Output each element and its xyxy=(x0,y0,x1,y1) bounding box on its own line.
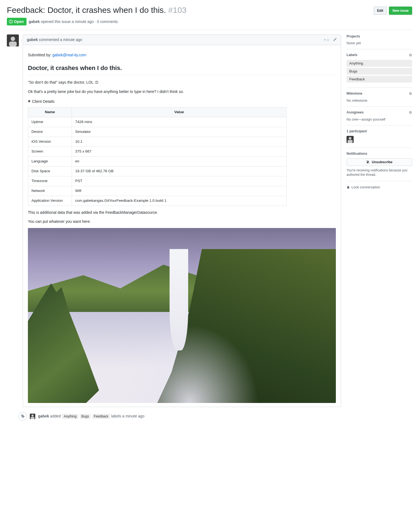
cell-name: Device xyxy=(28,127,72,137)
cell-name: Network xyxy=(28,186,72,196)
cell-value: 19.37 GB of 462.76 GB xyxy=(72,166,287,176)
cell-name: Language xyxy=(28,156,72,166)
notifications-title: Notifications xyxy=(347,152,367,156)
label-pill[interactable]: Anything xyxy=(62,414,78,419)
table-row: Uptime7428 mins xyxy=(28,117,287,127)
comment-heading: Doctor, it crashes when I do this. xyxy=(28,63,336,75)
edit-comment-icon[interactable] xyxy=(333,37,337,42)
main-column: gabek commented a minute ago +☺ Submitte… xyxy=(7,34,341,421)
cell-value: PST xyxy=(72,176,287,186)
submitter-email-link[interactable]: gabek@real-ity.com xyxy=(53,53,86,57)
cell-value: Wifi xyxy=(72,186,287,196)
table-row: Application Versioncom.gabekangas.GitYou… xyxy=(28,196,287,206)
attachment-image[interactable] xyxy=(28,228,336,403)
labels-title: Labels xyxy=(347,53,357,57)
cell-value: en xyxy=(72,156,287,166)
assignees-value: No one— xyxy=(347,117,362,121)
sidebar-participants: 1 participant xyxy=(347,125,412,148)
th-name: Name xyxy=(28,107,72,117)
table-row: Disk Space19.37 GB of 462.76 GB xyxy=(28,166,287,176)
issue-title-text: Feedback: Doctor, it crashes when I do t… xyxy=(7,5,166,14)
table-row: TimezonePST xyxy=(28,176,287,186)
sidebar: Projects None yet Labels⚙ AnythingBugsFe… xyxy=(347,34,412,421)
cell-value: 10.1 xyxy=(72,137,287,147)
issue-header: Feedback: Doctor, it crashes when I do t… xyxy=(7,5,412,25)
assign-yourself-link[interactable]: assign yourself xyxy=(362,117,385,121)
add-reaction-icon[interactable]: +☺ xyxy=(324,37,330,42)
cell-name: iOS Version xyxy=(28,137,72,147)
label-pill[interactable]: Feedback xyxy=(92,414,110,419)
avatar[interactable] xyxy=(7,34,19,46)
lock-label: Lock conversation xyxy=(351,185,380,189)
client-details-table: Name Value Uptime7428 minsDeviceSimulato… xyxy=(28,107,287,206)
submitted-by-label: Submitted by: xyxy=(28,53,53,57)
milestone-title: Milestone xyxy=(347,92,362,95)
sidebar-label[interactable]: Bugs xyxy=(347,68,412,75)
sidebar-assignees: Assignees⚙ No one—assign yourself xyxy=(347,107,412,125)
cell-value: 375 x 667 xyxy=(72,147,287,157)
event-suffix: labels a minute ago xyxy=(111,414,144,418)
comment-timestamp: commented a minute ago xyxy=(39,37,82,42)
unsubscribe-button[interactable]: Unsubscribe xyxy=(347,158,412,166)
event-added: added xyxy=(50,414,61,418)
table-row: iOS Version10.1 xyxy=(28,137,287,147)
issue-author[interactable]: gabek xyxy=(29,19,40,24)
svg-point-1 xyxy=(11,37,15,41)
divider xyxy=(7,30,412,30)
comment-header: gabek commented a minute ago +☺ xyxy=(23,35,341,45)
edit-button[interactable]: Edit xyxy=(374,7,387,15)
unsubscribe-label: Unsubscribe xyxy=(372,160,392,164)
comment-author[interactable]: gabek xyxy=(27,37,38,42)
state-badge: Open xyxy=(7,18,27,25)
timeline-label-event: gabek added Anything Bugs Feedback label… xyxy=(23,412,341,421)
sidebar-label[interactable]: Feedback xyxy=(347,76,412,83)
svg-point-4 xyxy=(31,414,34,417)
projects-value: None yet xyxy=(347,41,412,45)
sidebar-notifications: Notifications Unsubscribe You're receivi… xyxy=(347,148,412,182)
issue-title: Feedback: Doctor, it crashes when I do t… xyxy=(7,5,370,15)
milestone-value: No milestone xyxy=(347,98,412,103)
tag-icon xyxy=(18,412,27,421)
opened-text: opened this issue a minute ago · 0 comme… xyxy=(41,19,118,24)
svg-rect-8 xyxy=(348,140,353,143)
svg-point-7 xyxy=(349,137,351,140)
participants-title: 1 participant xyxy=(347,129,367,133)
gear-icon[interactable]: ⚙ xyxy=(409,110,412,115)
label-pill[interactable]: Bugs xyxy=(80,414,91,419)
table-row: Languageen xyxy=(28,156,287,166)
cell-name: Uptime xyxy=(28,117,72,127)
sidebar-projects: Projects None yet xyxy=(347,34,412,49)
event-avatar[interactable] xyxy=(30,414,35,419)
gear-icon[interactable]: ⚙ xyxy=(409,92,412,96)
comment-p3: This is additional data that was added v… xyxy=(28,210,336,216)
cell-value: Simulator xyxy=(72,127,287,137)
comment-body: Submitted by: gabek@real-ity.com Doctor,… xyxy=(23,45,341,407)
client-details[interactable]: Client Details Name Value Uptime7428 min… xyxy=(28,99,336,206)
cell-name: Screen xyxy=(28,147,72,157)
comment-p1: "So don't do that" says the doctor, LOL … xyxy=(28,80,336,86)
new-issue-button[interactable]: New issue xyxy=(389,7,412,15)
details-summary[interactable]: Client Details xyxy=(28,99,336,105)
participant-avatar[interactable] xyxy=(347,136,354,143)
assignees-title: Assignees xyxy=(347,110,364,114)
svg-rect-2 xyxy=(9,42,17,46)
sidebar-milestone: Milestone⚙ No milestone xyxy=(347,88,412,107)
cell-name: Disk Space xyxy=(28,166,72,176)
cell-value: 7428 mins xyxy=(72,117,287,127)
projects-title: Projects xyxy=(347,34,360,38)
cell-name: Timezone xyxy=(28,176,72,186)
cell-name: Application Version xyxy=(28,196,72,206)
lock-conversation-link[interactable]: Lock conversation xyxy=(347,185,412,189)
table-row: NetworkWifi xyxy=(28,186,287,196)
table-row: DeviceSimulator xyxy=(28,127,287,137)
event-actor[interactable]: gabek xyxy=(38,414,49,418)
gear-icon[interactable]: ⚙ xyxy=(409,53,412,57)
issue-number: #103 xyxy=(168,5,187,14)
comment-p2: Ok that's a pretty lame joke but do you … xyxy=(28,89,336,95)
table-row: Screen375 x 667 xyxy=(28,147,287,157)
sidebar-label[interactable]: Anything xyxy=(347,60,412,67)
issue-meta: Open gabek opened this issue a minute ag… xyxy=(7,18,412,25)
comment-box: gabek commented a minute ago +☺ Submitte… xyxy=(23,34,341,407)
comment-p4: You can put whatever you want here. xyxy=(28,219,336,225)
notifications-text: You're receiving notifications because y… xyxy=(347,168,412,177)
